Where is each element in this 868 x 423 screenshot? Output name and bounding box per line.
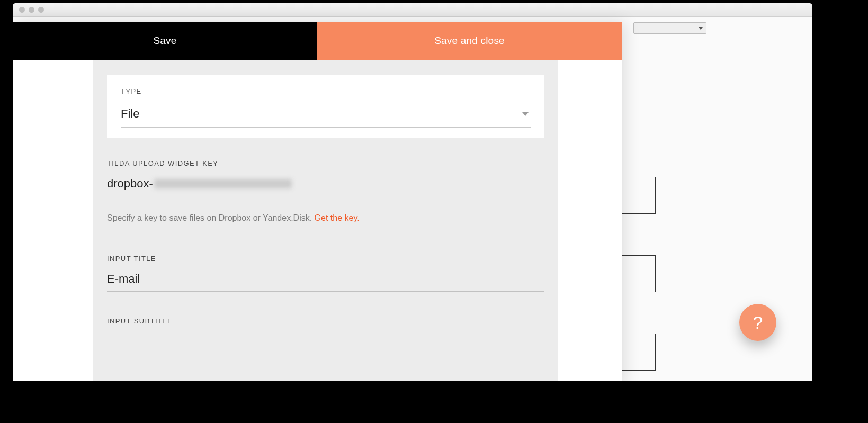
modal-content: TYPE File TILDA UPLOAD WIDGET KEY dropbo… bbox=[93, 60, 558, 381]
chevron-down-icon bbox=[522, 112, 529, 116]
app-body: Save Save and close TYPE File TILDA UPLO… bbox=[13, 17, 812, 381]
save-and-close-button[interactable]: Save and close bbox=[317, 22, 622, 60]
app-window: Save Save and close TYPE File TILDA UPLO… bbox=[13, 3, 812, 381]
modal-left-gutter bbox=[13, 60, 93, 381]
input-title-input[interactable] bbox=[107, 272, 544, 292]
question-mark-icon: ? bbox=[753, 312, 763, 333]
input-subtitle-label: INPUT SUBTITLE bbox=[107, 317, 544, 325]
chevron-down-icon bbox=[699, 27, 703, 30]
upload-key-label: TILDA UPLOAD WIDGET KEY bbox=[107, 159, 544, 167]
window-zoom-dot[interactable] bbox=[38, 7, 44, 13]
window-close-dot[interactable] bbox=[19, 7, 25, 13]
upload-key-field: TILDA UPLOAD WIDGET KEY dropbox- Specify… bbox=[107, 159, 544, 223]
type-card: TYPE File bbox=[107, 75, 544, 138]
input-subtitle-field: INPUT SUBTITLE bbox=[107, 317, 544, 354]
modal-header: Save Save and close bbox=[13, 22, 622, 60]
upload-key-prefix: dropbox- bbox=[107, 177, 153, 191]
save-button[interactable]: Save bbox=[13, 22, 317, 60]
window-minimize-dot[interactable] bbox=[29, 7, 34, 13]
upload-key-hint: Specify a key to save files on Dropbox o… bbox=[107, 213, 544, 223]
background-dropdown[interactable] bbox=[633, 22, 706, 34]
type-select[interactable]: File bbox=[121, 107, 531, 128]
upload-key-redacted bbox=[154, 179, 292, 188]
window-titlebar bbox=[13, 3, 812, 17]
help-button[interactable]: ? bbox=[739, 304, 776, 341]
type-label: TYPE bbox=[121, 87, 531, 95]
field-editor-modal: Save Save and close TYPE File TILDA UPLO… bbox=[13, 22, 622, 381]
upload-key-input[interactable]: dropbox- bbox=[107, 177, 544, 196]
input-title-field: INPUT TITLE bbox=[107, 255, 544, 292]
variable-name-field: VARIABLE NAME bbox=[107, 380, 544, 381]
get-the-key-link[interactable]: Get the key. bbox=[315, 213, 360, 222]
type-select-value: File bbox=[121, 107, 139, 121]
input-title-label: INPUT TITLE bbox=[107, 255, 544, 263]
input-subtitle-input[interactable] bbox=[107, 335, 544, 354]
upload-key-hint-text: Specify a key to save files on Dropbox o… bbox=[107, 213, 315, 222]
variable-name-label: VARIABLE NAME bbox=[107, 380, 544, 381]
